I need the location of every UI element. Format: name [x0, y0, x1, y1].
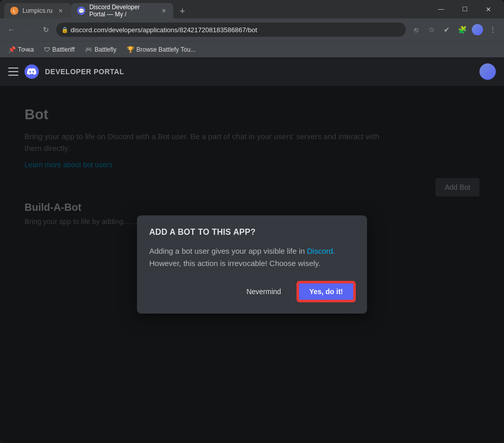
- tab-discord[interactable]: 💬 Discord Developer Portal — My / ✕: [71, 3, 173, 18]
- address-field[interactable]: discord.com/developers/applications/8242…: [56, 23, 406, 37]
- refresh-button[interactable]: ↻: [39, 23, 53, 37]
- new-tab-button[interactable]: +: [175, 4, 190, 18]
- nevermind-button[interactable]: Nevermind: [238, 282, 289, 301]
- tabs-area: L Lumpics.ru ✕ 💬 Discord Developer Porta…: [4, 0, 427, 18]
- menu-icon[interactable]: ⋮: [486, 23, 500, 37]
- portal-logo: [25, 64, 39, 79]
- address-bar-row: ← → ↻ 🔒 discord.com/developers/applicati…: [0, 18, 504, 41]
- bookmark-battlefly-icon: 🎮: [85, 46, 93, 53]
- page-content: DEVELOPER PORTAL Bot Bring your app to l…: [0, 57, 504, 443]
- close-button[interactable]: ✕: [476, 0, 500, 18]
- extensions-icon[interactable]: ✔: [440, 23, 454, 37]
- bookmark-tochka[interactable]: 📌 Точка: [4, 44, 38, 55]
- tab-favicon-discord: 💬: [77, 7, 85, 15]
- modal-title: ADD A BOT TO THIS APP?: [149, 228, 355, 237]
- bookmark-battleriff[interactable]: 🛡 Battleriff: [40, 44, 79, 55]
- cast-icon[interactable]: ⎋: [409, 23, 423, 37]
- modal-body: Adding a bot user gives your app visible…: [149, 245, 355, 270]
- minimize-button[interactable]: —: [429, 0, 453, 18]
- tab-favicon-lumpics: L: [10, 7, 18, 15]
- bookmark-browse-icon: 🏆: [127, 46, 134, 53]
- bookmark-battlefly-label: Battlefly: [95, 46, 117, 53]
- tab-close-lumpics[interactable]: ✕: [57, 7, 65, 15]
- bookmark-tochka-label: Точка: [18, 46, 34, 53]
- modal-dialog: ADD A BOT TO THIS APP? Adding a bot user…: [137, 215, 367, 314]
- portal-header: DEVELOPER PORTAL: [0, 57, 504, 86]
- bookmark-browse-label: Browse Battlefy Tou...: [136, 46, 196, 53]
- forward-button[interactable]: →: [21, 23, 36, 37]
- portal-header-left: DEVELOPER PORTAL: [8, 64, 124, 79]
- modal-body-highlight: Discord.: [307, 247, 335, 255]
- address-container: 🔒 discord.com/developers/applications/82…: [56, 23, 406, 37]
- browser-window: L Lumpics.ru ✕ 💬 Discord Developer Porta…: [0, 0, 504, 443]
- star-icon[interactable]: ☆: [424, 23, 439, 37]
- modal-overlay: ADD A BOT TO THIS APP? Adding a bot user…: [0, 86, 504, 443]
- bookmark-battlefly[interactable]: 🎮 Battlefly: [81, 44, 121, 55]
- user-avatar[interactable]: [479, 63, 496, 80]
- window-controls: — ☐ ✕: [429, 0, 500, 18]
- tab-lumpics[interactable]: L Lumpics.ru ✕: [4, 3, 71, 18]
- lock-icon: 🔒: [61, 27, 68, 33]
- tab-label-lumpics: Lumpics.ru: [22, 7, 53, 14]
- bookmark-browse[interactable]: 🏆 Browse Battlefy Tou...: [123, 44, 200, 55]
- address-text-value: discord.com/developers/applications/8242…: [71, 26, 257, 34]
- toolbar-icons: ⎋ ☆ ✔ 🧩 ⋮: [409, 23, 500, 37]
- profile-icon[interactable]: [470, 23, 485, 37]
- back-button[interactable]: ←: [4, 23, 18, 37]
- tab-label-discord: Discord Developer Portal — My /: [89, 4, 157, 18]
- bookmark-battleriff-icon: 🛡: [44, 46, 50, 53]
- confirm-button[interactable]: Yes, do it!: [297, 282, 355, 301]
- tab-close-discord[interactable]: ✕: [161, 7, 167, 15]
- puzzle-icon[interactable]: 🧩: [455, 23, 469, 37]
- title-bar: L Lumpics.ru ✕ 💬 Discord Developer Porta…: [0, 0, 504, 18]
- portal-body: Bot Bring your app to life on Discord wi…: [0, 86, 504, 443]
- bookmark-tochka-icon: 📌: [8, 46, 16, 53]
- modal-footer: Nevermind Yes, do it!: [149, 282, 355, 301]
- portal-header-right: [479, 63, 496, 80]
- hamburger-menu[interactable]: [8, 67, 18, 77]
- bookmarks-bar: 📌 Точка 🛡 Battleriff 🎮 Battlefly 🏆 Brows…: [0, 41, 504, 57]
- dev-portal: DEVELOPER PORTAL Bot Bring your app to l…: [0, 57, 504, 443]
- portal-title: DEVELOPER PORTAL: [45, 68, 124, 76]
- maximize-button[interactable]: ☐: [453, 0, 476, 18]
- bookmark-battleriff-label: Battleriff: [52, 46, 75, 53]
